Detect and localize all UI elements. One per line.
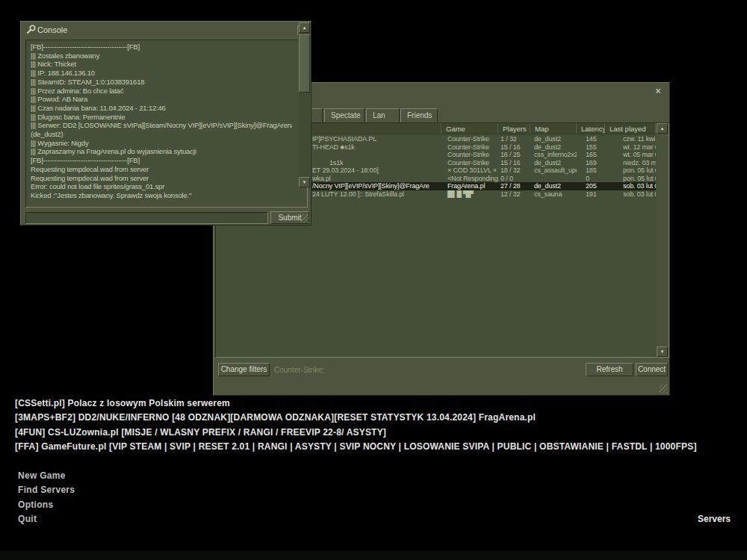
console-log-line: ||| Zapraszamy na FragArena.pl do wyjasn… <box>31 147 292 156</box>
scroll-down-icon[interactable]: ▼ <box>299 177 310 187</box>
resize-grip[interactable] <box>659 385 668 393</box>
server-map-cell: cs_sauna <box>530 190 577 199</box>
console-titlebar[interactable]: Console ✕ <box>21 22 311 38</box>
server-players-cell: 27 / 28 <box>498 182 530 190</box>
server-map-cell: de_dust2 <box>530 143 577 152</box>
column-header-map[interactable]: Map <box>530 123 577 134</box>
server-game-cell: █▌█ ▜▛ <box>441 190 498 199</box>
console-log-line: (de_dust2) <box>31 130 292 139</box>
change-filters-button[interactable]: Change filters <box>218 363 270 376</box>
column-header-latency[interactable]: Latency <box>577 123 605 134</box>
scroll-up-icon[interactable]: ▲ <box>657 123 668 134</box>
close-icon[interactable]: × <box>653 86 663 96</box>
server-latency-cell: 191 <box>577 190 605 199</box>
menu-item-quit[interactable]: Quit <box>18 514 37 524</box>
console-log-line: [FB]------------------------------------… <box>31 156 292 165</box>
column-header-lastplayed[interactable]: Last played <box>605 123 656 134</box>
server-game-cell: Counter-Strike <box>441 151 498 159</box>
server-map-cell <box>530 175 577 183</box>
server-game-cell: FragArena.pl <box>441 182 498 190</box>
console-window-title: Console <box>37 25 67 34</box>
console-log-line: ||| Serwer: DD2 [LOSOWANIE sVIPa][Steam/… <box>31 121 292 130</box>
server-players-cell: 18 / 32 <box>498 167 530 175</box>
server-lastplayed-cell: pon. 05 lut 05:11pm <box>605 175 656 183</box>
server-list-scrollbar[interactable]: ▲ ▼ <box>657 123 669 357</box>
console-log-line: ||| Powod: AB Nara <box>31 95 292 104</box>
steam-logo-icon <box>26 25 36 34</box>
console-log-line: ||| Dlugosc bana: Permanentnie <box>31 113 292 122</box>
menu-item-find-servers[interactable]: Find Servers <box>18 485 75 495</box>
server-latency-cell: 145 <box>577 135 605 143</box>
server-players-cell: 16 / 25 <box>498 151 530 159</box>
console-log-line: ||| Zostales zbanowany <box>31 52 292 60</box>
server-players-cell: 0 / 0 <box>498 175 530 183</box>
server-latency-cell: 169 <box>577 159 605 167</box>
server-map-cell: cs_assault_upc <box>530 167 577 175</box>
server-lastplayed-cell: wt. 12 mar 08:09pm <box>605 143 656 152</box>
server-lastplayed-cell: sob. 03 lut 05:00pm <box>605 182 656 190</box>
server-lastplayed-cell: sob. 03 lut 03:53pm <box>605 190 656 199</box>
console-log-line: Requesting tempdecal.wad from server <box>31 165 292 174</box>
menu-item-options[interactable]: Options <box>18 500 53 510</box>
console-log-line: ||| Wygasnie: Nigdy <box>31 139 292 148</box>
tab-lan[interactable]: Lan <box>366 108 400 122</box>
column-header-game[interactable]: Game <box>441 123 498 134</box>
server-game-cell: <Not Responding> <box>441 175 498 183</box>
server-players-cell: 15 / 16 <box>498 143 530 152</box>
server-lastplayed-cell: wt. 05 mar 09:27pm <box>605 151 656 159</box>
server-game-cell: × COD 301LVL × <box>441 167 498 175</box>
console-log-line: ||| Czas nadania bana: 11.04.2024 - 21:1… <box>31 104 292 113</box>
server-latency-cell: 165 <box>577 151 605 159</box>
filter-summary-text: Counter-Strike; <box>274 366 324 374</box>
console-log-line: ||| Przez admina: Bo chce latać <box>31 87 292 96</box>
menu-item-new-game[interactable]: New Game <box>18 470 66 481</box>
server-latency-cell: 155 <box>577 143 605 152</box>
server-ad-line: [3MAPS+BF2] DD2/NUKE/INFERNO [48 ODZNAK]… <box>15 412 536 423</box>
server-lastplayed-cell: pon. 05 lut 08:14pm <box>605 167 656 175</box>
scroll-up-icon[interactable]: ▲ <box>299 22 310 33</box>
column-header-players[interactable]: Players <box>498 123 530 134</box>
server-latency-cell: 185 <box>577 167 605 175</box>
server-players-cell: 1 / 32 <box>498 135 530 143</box>
console-log-line: ||| IP: 188.146.136.10 <box>31 69 292 78</box>
console-log-line: ||| SteamID: STEAM_1:0:1038391618 <box>31 78 292 87</box>
console-log-line: [FB]------------------------------------… <box>31 43 292 52</box>
server-game-cell: Counter-Strike <box>441 143 498 152</box>
server-players-cell: 15 / 16 <box>498 159 530 167</box>
connect-button[interactable]: Connect <box>636 363 668 376</box>
server-ad-line: [4FUN] CS-LUZownia.pl [MISJE / WLASNY PR… <box>15 427 386 438</box>
server-ad-line: [FFA] GameFuture.pl [VIP STEAM | SVIP | … <box>15 441 697 452</box>
server-lastplayed-cell: czw. 11 kwi 09:33pm <box>605 135 656 143</box>
resize-grip[interactable] <box>300 214 309 223</box>
console-scrollbar[interactable]: ▲ ▼ <box>299 22 310 187</box>
console-log-line: Kicked :"Jestes zbanowany. Sprawdz swoja… <box>31 191 292 200</box>
server-players-cell: 12 / 32 <box>498 190 530 199</box>
console-log: [FB]------------------------------------… <box>25 40 308 208</box>
console-command-input[interactable] <box>25 212 268 224</box>
server-ad-line: [CSSetti.pl] Polacz z losowym Polskim se… <box>15 398 230 408</box>
refresh-button[interactable]: Refresh <box>586 363 633 376</box>
server-map-cell: de_dust2 <box>530 159 577 167</box>
tab-friends[interactable]: Friends <box>400 108 438 122</box>
server-map-cell: de_dust2 <box>530 182 577 190</box>
server-game-cell: Counter-Strike <box>441 135 498 143</box>
desktop: × Spectate Lan Friends Game Players Map … <box>0 0 747 560</box>
server-lastplayed-cell: niedz. 03 mar 08:34pm <box>605 159 656 167</box>
console-window: Console ✕ [FB]--------------------------… <box>20 21 311 225</box>
console-log-line: Error: could not load file sprites/grass… <box>31 182 292 191</box>
bottom-strip <box>0 550 747 560</box>
console-log-line: Requesting tempdecal.wad from server <box>31 174 292 183</box>
taskbar-servers-label[interactable]: Servers <box>698 514 731 524</box>
scroll-down-icon[interactable]: ▼ <box>657 346 668 357</box>
server-latency-cell: 0 <box>577 175 605 183</box>
server-latency-cell: 205 <box>577 182 605 190</box>
server-game-cell: Counter-Strike <box>441 159 498 167</box>
server-map-cell: css_inferno2x2 <box>530 151 577 159</box>
console-log-line: ||| Nick: Thicket <box>31 60 292 69</box>
tab-spectate[interactable]: Spectate <box>324 108 365 122</box>
server-map-cell: de_dust2 <box>530 135 577 143</box>
scrollbar-thumb[interactable] <box>299 34 310 93</box>
